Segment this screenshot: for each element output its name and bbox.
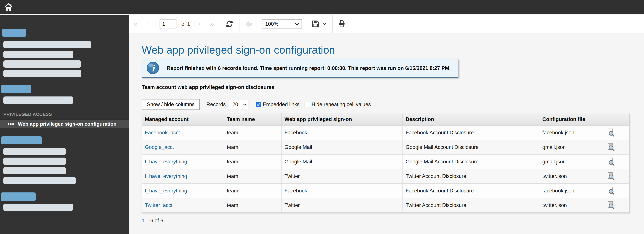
managed-account-link[interactable]: I_have_everything (145, 173, 187, 179)
report-toolbar: « ‹ of 1 › » 100% (129, 15, 644, 34)
table-cell: I_have_everything (142, 184, 224, 198)
table-cell: Google Mail Account Disclosure (402, 154, 539, 169)
managed-account-link[interactable]: Facebook_acct (145, 130, 180, 136)
column-header: Web app privileged sign-on (281, 113, 402, 126)
sidebar-item-redacted[interactable] (3, 60, 81, 68)
sidebar-item-redacted[interactable] (1, 136, 42, 144)
preview-config-icon (607, 128, 615, 137)
last-page-button[interactable]: » (210, 15, 214, 33)
sidebar-item-redacted[interactable] (3, 204, 73, 211)
table-cell: Twitter_acct (142, 198, 224, 213)
config-file-name: facebook.json (542, 188, 574, 194)
preview-config-icon (607, 186, 615, 195)
toolbar-separator (258, 15, 258, 33)
sidebar-item-redacted[interactable] (3, 41, 91, 48)
preview-config-button[interactable] (607, 172, 615, 180)
table-controls: Show / hide columns Records 20 Embedded … (142, 99, 644, 110)
preview-config-icon (607, 143, 615, 152)
table-cell: gmail.json (539, 154, 630, 169)
table-cell: Twitter Account Disclosure (402, 198, 539, 213)
back-arrow-icon (245, 20, 252, 28)
table-cell: Google Mail Account Disclosure (402, 140, 539, 154)
show-hide-columns-button[interactable]: Show / hide columns (142, 99, 200, 110)
check-icon (256, 102, 261, 107)
print-icon (338, 20, 346, 28)
refresh-button[interactable] (226, 20, 233, 28)
table-cell: team (224, 169, 281, 184)
sidebar-item-redacted[interactable] (1, 84, 31, 93)
top-bar (0, 0, 644, 14)
preview-config-icon (607, 158, 615, 166)
managed-account-link[interactable]: Google_acct (145, 144, 174, 150)
managed-account-link[interactable]: I_have_everything (145, 188, 187, 194)
back-button[interactable] (245, 20, 252, 28)
sidebar-item-redacted[interactable] (1, 192, 36, 201)
next-page-button[interactable]: › (198, 15, 201, 33)
sidebar: PRIVILEGED ACCESS Web app privileged sig… (0, 15, 129, 234)
info-icon: i (146, 62, 159, 75)
preview-config-button[interactable] (607, 201, 615, 210)
sidebar-item-web-app-privileged-sign-on[interactable]: Web app privileged sign-on configuration (0, 120, 129, 128)
table-cell: I_have_everything (142, 154, 224, 169)
config-file-name: facebook.json (542, 130, 574, 136)
sidebar-item-redacted[interactable] (2, 29, 26, 37)
table-cell: Twitter Account Disclosure (402, 169, 539, 184)
zoom-select-value: 100% (265, 21, 278, 27)
preview-config-button[interactable] (607, 186, 615, 195)
records-select[interactable]: 20 (229, 100, 249, 109)
home-button[interactable] (4, 3, 13, 12)
print-button[interactable] (338, 20, 346, 28)
table-cell: Twitter (281, 198, 402, 213)
ellipsis-icon (8, 123, 14, 125)
preview-config-button[interactable] (607, 158, 615, 166)
sidebar-item-redacted[interactable] (3, 148, 66, 155)
config-file-name: gmail.json (542, 159, 566, 165)
column-header: Description (402, 113, 539, 126)
config-file-name: gmail.json (542, 144, 566, 150)
column-header: Configuration file (539, 113, 630, 126)
config-file-name: twitter.json (542, 202, 567, 208)
preview-config-button[interactable] (607, 143, 615, 152)
preview-config-icon (607, 172, 615, 180)
report-content: Web app privileged sign-on configuration… (129, 34, 644, 234)
page-count-label: of 1 (182, 15, 190, 33)
toolbar-separator (306, 15, 307, 33)
table-cell: gmail.json (539, 140, 630, 154)
toolbar-separator (239, 15, 240, 33)
record-range-label: 1 – 6 of 6 (142, 218, 644, 224)
sidebar-item-redacted[interactable] (3, 51, 73, 58)
page-number-input[interactable] (160, 19, 177, 29)
table-row: Google_acctteamGoogle MailGoogle Mail Ac… (142, 140, 630, 154)
report-table: Managed accountTeam nameWeb app privileg… (142, 113, 630, 213)
chevron-down-icon (295, 23, 299, 25)
preview-config-icon (607, 201, 615, 210)
sidebar-item-redacted[interactable] (3, 167, 66, 174)
export-save-button[interactable] (312, 20, 326, 28)
zoom-select[interactable]: 100% (262, 19, 302, 29)
table-cell: Facebook (281, 126, 402, 140)
save-icon (312, 20, 320, 28)
table-cell: Facebook (281, 184, 402, 198)
toolbar-separator (332, 15, 332, 33)
table-row: Twitter_acctteamTwitterTwitter Account D… (142, 198, 630, 213)
table-cell: Google Mail (281, 140, 402, 154)
table-cell: Google Mail (281, 154, 402, 169)
embedded-links-checkbox[interactable] (256, 102, 261, 107)
sidebar-item-redacted[interactable] (3, 177, 76, 184)
managed-account-link[interactable]: I_have_everything (145, 159, 187, 164)
sidebar-item-redacted[interactable] (3, 70, 81, 77)
managed-account-link[interactable]: Twitter_acct (145, 202, 172, 208)
previous-page-button[interactable]: ‹ (147, 15, 149, 33)
preview-config-button[interactable] (607, 128, 615, 137)
table-cell: team (224, 126, 281, 140)
sidebar-section-privileged-access: PRIVILEGED ACCESS (3, 112, 52, 117)
table-cell: Facebook Account Disclosure (402, 126, 539, 140)
table-cell: twitter.json (539, 169, 630, 184)
first-page-button[interactable]: « (133, 15, 138, 33)
chevron-down-icon (322, 22, 326, 25)
table-cell: Twitter (281, 169, 402, 184)
hide-repeating-checkbox[interactable] (304, 102, 310, 107)
sidebar-item-redacted[interactable] (3, 96, 73, 104)
table-body: Facebook_acctteamFacebookFacebook Accoun… (142, 126, 630, 213)
sidebar-item-redacted[interactable] (3, 158, 66, 165)
